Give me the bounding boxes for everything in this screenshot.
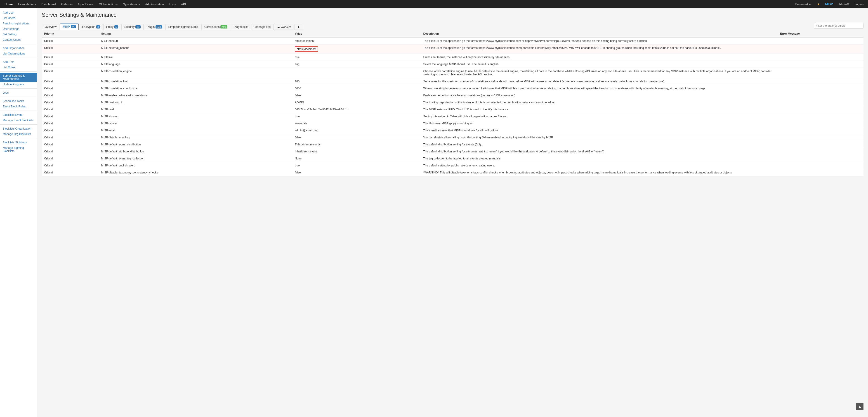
sidebar-item-blocklists-org[interactable]: Blocklists Organisation bbox=[0, 126, 37, 131]
top-navbar: Home Event Actions Dashboard Galaxies In… bbox=[0, 0, 868, 8]
main-content: Server Settings & Maintenance Overview M… bbox=[37, 8, 868, 417]
cell-value: https://localhost bbox=[292, 44, 421, 54]
table-row: CriticalMISP.default_event_distributionT… bbox=[42, 141, 864, 148]
tab-workers[interactable]: ☁ Workers bbox=[274, 24, 294, 30]
cell-error bbox=[778, 44, 864, 54]
cell-setting: MISP.external_baseurl bbox=[99, 44, 293, 54]
cell-value bbox=[292, 68, 421, 78]
sidebar-item-jobs[interactable]: Jobs bbox=[0, 90, 37, 95]
table-row: CriticalMISP.showorgtrueSetting this set… bbox=[42, 113, 864, 120]
cell-setting: MISP.default_attribute_distribution bbox=[99, 148, 293, 155]
nav-sync-actions[interactable]: Sync Actions bbox=[120, 0, 143, 8]
cell-priority: Critical bbox=[42, 155, 99, 162]
cell-description: The MISP instance UUID. This UUID is use… bbox=[421, 106, 778, 113]
tab-plugin[interactable]: Plugin 633 bbox=[144, 24, 165, 30]
tab-misp[interactable]: MISP 44 bbox=[60, 24, 79, 30]
nav-logout[interactable]: Log out bbox=[853, 2, 866, 6]
cell-error bbox=[778, 68, 864, 78]
cell-priority: Critical bbox=[42, 113, 99, 120]
cell-priority: Critical bbox=[42, 37, 99, 44]
tab-correlations[interactable]: Correlations new bbox=[202, 24, 230, 30]
sidebar-item-list-users[interactable]: List Users bbox=[0, 16, 37, 21]
cell-priority: Critical bbox=[42, 148, 99, 155]
sidebar-divider-1 bbox=[0, 44, 37, 44]
tab-manage-files[interactable]: Manage files bbox=[252, 24, 274, 30]
filter-row bbox=[814, 21, 864, 30]
tab-diagnostics[interactable]: Diagnostics bbox=[231, 24, 251, 30]
sidebar-item-scheduled-tasks[interactable]: Scheduled Tasks bbox=[0, 98, 37, 104]
cell-priority: Critical bbox=[42, 78, 99, 85]
cell-priority: Critical bbox=[42, 99, 99, 106]
nav-global-actions[interactable]: Global Actions bbox=[96, 0, 120, 8]
sidebar-item-manage-sighting-blocklists[interactable]: Manage Sighting Blocklists bbox=[0, 145, 37, 154]
sidebar-item-set-setting[interactable]: Set Setting bbox=[0, 32, 37, 37]
nav-dashboard[interactable]: Dashboard bbox=[39, 0, 59, 8]
sidebar-item-list-orgs[interactable]: List Organisations bbox=[0, 51, 37, 56]
sidebar-item-add-role[interactable]: Add Role bbox=[0, 59, 37, 65]
cell-value: ADMIN bbox=[292, 99, 421, 106]
cell-description: Setting this setting to 'false' will hid… bbox=[421, 113, 778, 120]
sidebar-item-user-settings[interactable]: User settings bbox=[0, 26, 37, 32]
cell-error bbox=[778, 54, 864, 61]
nav-event-actions[interactable]: Event Actions bbox=[16, 0, 39, 8]
nav-star[interactable]: ★ bbox=[815, 2, 822, 6]
cell-error bbox=[778, 141, 864, 148]
cell-setting: MISP.showorg bbox=[99, 113, 293, 120]
cell-error bbox=[778, 92, 864, 99]
sidebar-divider-2 bbox=[0, 58, 37, 58]
sidebar-item-blocklists-sightings[interactable]: Blocklists Sightings bbox=[0, 140, 37, 145]
sidebar-item-manage-org-blocklists[interactable]: Manage Org Blocklists bbox=[0, 131, 37, 137]
cell-setting: MISP.correlation_limit bbox=[99, 78, 293, 85]
sidebar-item-list-roles[interactable]: List Roles bbox=[0, 65, 37, 70]
table-row: CriticalMISP.enable_advanced_correlation… bbox=[42, 92, 864, 99]
tab-encryption[interactable]: Encryption 8 bbox=[79, 24, 103, 30]
sidebar-item-add-org[interactable]: Add Organisation bbox=[0, 46, 37, 51]
encryption-badge: 8 bbox=[96, 25, 100, 29]
cell-setting: MISP.correlation_chunk_size bbox=[99, 85, 293, 92]
cell-setting: MISP.default_publish_alert bbox=[99, 162, 293, 169]
sidebar-item-update-progress[interactable]: Update Progress bbox=[0, 82, 37, 87]
cell-description: The Unix user MISP (php) is running as bbox=[421, 120, 778, 127]
sidebar-item-event-block-rules[interactable]: Event Block Rules bbox=[0, 104, 37, 109]
cell-value: true bbox=[292, 162, 421, 169]
scroll-top-button[interactable]: ▲ bbox=[856, 403, 864, 410]
sidebar-item-manage-event-blocklists[interactable]: Manage Event Blocklists bbox=[0, 118, 37, 123]
nav-input-filters[interactable]: Input Filters bbox=[75, 0, 96, 8]
cell-value: Inherit from event bbox=[292, 148, 421, 155]
cell-error bbox=[778, 162, 864, 169]
cell-value: false bbox=[292, 169, 421, 176]
cell-priority: Critical bbox=[42, 120, 99, 127]
nav-logs[interactable]: Logs bbox=[166, 0, 178, 8]
tab-proxy[interactable]: Proxy 5 bbox=[103, 24, 121, 30]
nav-galaxies[interactable]: Galaxies bbox=[59, 0, 75, 8]
cell-error bbox=[778, 134, 864, 141]
cell-error bbox=[778, 148, 864, 155]
cell-setting: MISP.uuid bbox=[99, 106, 293, 113]
settings-tabs: Overview MISP 44 Encryption 8 Proxy 5 Se… bbox=[42, 24, 303, 30]
nav-api[interactable]: API bbox=[178, 0, 188, 8]
tab-security[interactable]: Security 10 bbox=[121, 24, 143, 30]
sidebar-item-blocklists-event[interactable]: Blocklists Event bbox=[0, 112, 37, 118]
proxy-badge: 5 bbox=[114, 25, 118, 29]
tab-download[interactable]: ⬇ bbox=[294, 24, 303, 30]
page-title: Server Settings & Maintenance bbox=[42, 12, 864, 18]
nav-home[interactable]: Home bbox=[2, 0, 16, 8]
plugin-badge: 633 bbox=[156, 25, 162, 29]
table-row: CriticalMISP.languageengSelect the langu… bbox=[42, 61, 864, 68]
sidebar-item-server-settings[interactable]: Server Settings & Maintenance bbox=[0, 73, 37, 82]
nav-bookmarks[interactable]: Bookmarks ▾ bbox=[794, 2, 813, 6]
cell-value: https://localhost bbox=[292, 37, 421, 44]
sidebar-item-pending-registrations[interactable]: Pending registrations bbox=[0, 21, 37, 26]
cell-value: 5000 bbox=[292, 85, 421, 92]
tab-simplebgjobs[interactable]: SimpleBackgroundJobs bbox=[165, 24, 201, 30]
sidebar-item-contact-users[interactable]: Contact Users bbox=[0, 37, 37, 42]
table-row: CriticalMISP.default_publish_alerttrueTh… bbox=[42, 162, 864, 169]
cell-priority: Critical bbox=[42, 85, 99, 92]
sidebar: Add User List Users Pending registration… bbox=[0, 8, 37, 417]
nav-administration[interactable]: Administration bbox=[143, 0, 166, 8]
sidebar-item-add-user[interactable]: Add User bbox=[0, 10, 37, 16]
page-layout: Add User List Users Pending registration… bbox=[0, 8, 868, 417]
cell-error bbox=[778, 106, 864, 113]
tab-overview[interactable]: Overview bbox=[42, 24, 59, 30]
filter-input[interactable] bbox=[814, 23, 864, 29]
